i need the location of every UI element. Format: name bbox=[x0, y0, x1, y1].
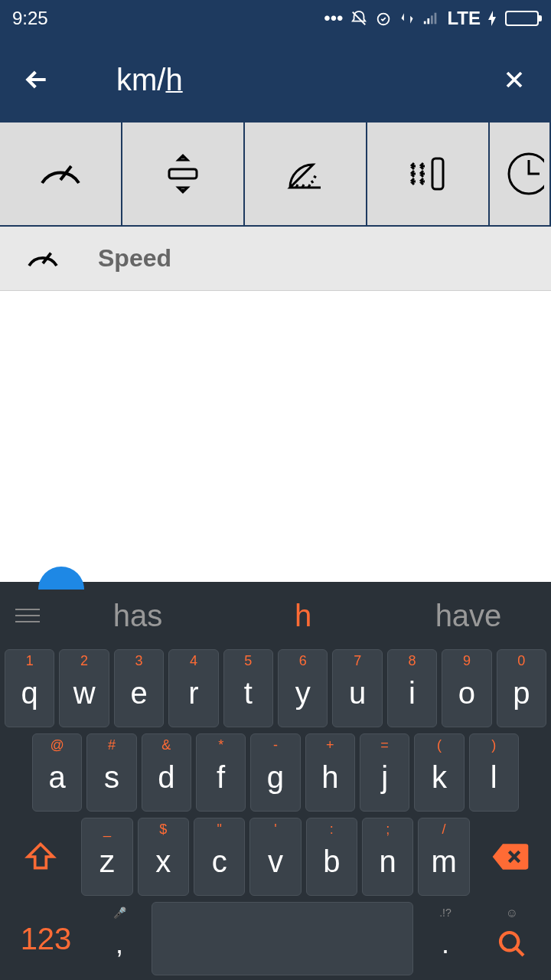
svg-point-9 bbox=[500, 933, 518, 950]
result-speed[interactable]: Speed bbox=[0, 227, 551, 291]
fab-partial[interactable] bbox=[38, 567, 84, 590]
signal-icon bbox=[422, 10, 439, 27]
suggestion-h[interactable]: h bbox=[220, 599, 386, 633]
mute-icon bbox=[350, 10, 367, 27]
alarm-icon bbox=[375, 10, 392, 27]
key-p[interactable]: 0p bbox=[497, 649, 546, 727]
status-icons: ••• LTE bbox=[324, 8, 539, 29]
comma-key[interactable]: 🎤 , bbox=[92, 902, 147, 975]
search-input[interactable]: km/h bbox=[116, 63, 496, 97]
key-h[interactable]: +h bbox=[305, 733, 355, 812]
key-j[interactable]: =j bbox=[360, 733, 409, 812]
clear-button[interactable] bbox=[496, 61, 533, 98]
tab-compress[interactable] bbox=[122, 122, 245, 227]
svg-rect-4 bbox=[431, 15, 433, 24]
key-b[interactable]: :b bbox=[306, 818, 357, 896]
key-y[interactable]: 6y bbox=[278, 649, 328, 727]
key-l[interactable]: )l bbox=[469, 733, 519, 812]
numeric-key[interactable]: 123 bbox=[5, 902, 87, 975]
key-d[interactable]: &d bbox=[142, 733, 191, 812]
tab-vibration[interactable] bbox=[367, 122, 490, 227]
data-icon bbox=[399, 11, 415, 26]
period-key[interactable]: .!? . bbox=[418, 902, 473, 975]
svg-rect-7 bbox=[432, 158, 443, 189]
status-bar: 9:25 ••• LTE bbox=[0, 0, 551, 37]
key-z[interactable]: _z bbox=[81, 818, 132, 896]
key-f[interactable]: *f bbox=[196, 733, 246, 812]
back-button[interactable] bbox=[18, 61, 55, 98]
result-label: Speed bbox=[98, 244, 171, 273]
search-key[interactable]: ☺ bbox=[478, 902, 546, 975]
key-e[interactable]: 3e bbox=[114, 649, 164, 727]
space-key[interactable] bbox=[152, 902, 413, 975]
svg-rect-5 bbox=[435, 13, 437, 24]
content-area bbox=[0, 291, 551, 582]
key-w[interactable]: 2w bbox=[59, 649, 109, 727]
key-r[interactable]: 4r bbox=[168, 649, 218, 727]
key-n[interactable]: ;n bbox=[362, 818, 413, 896]
key-t[interactable]: 5t bbox=[223, 649, 273, 727]
charging-icon bbox=[488, 11, 497, 26]
key-x[interactable]: $x bbox=[138, 818, 189, 896]
keyboard: hashhave 1q2w3e4r5t6y7u8i9o0p @a#s&d*f-g… bbox=[0, 582, 551, 980]
svg-rect-3 bbox=[428, 18, 430, 24]
key-o[interactable]: 9o bbox=[442, 649, 491, 727]
key-c[interactable]: "c bbox=[194, 818, 245, 896]
key-i[interactable]: 8i bbox=[387, 649, 437, 727]
backspace-key[interactable] bbox=[474, 818, 546, 896]
tab-angle[interactable] bbox=[245, 122, 367, 227]
mic-icon: 🎤 bbox=[113, 906, 126, 919]
key-g[interactable]: -g bbox=[250, 733, 300, 812]
speed-icon bbox=[24, 240, 67, 277]
key-k[interactable]: (k bbox=[414, 733, 464, 812]
key-s[interactable]: #s bbox=[86, 733, 136, 812]
svg-rect-6 bbox=[169, 169, 197, 178]
battery-icon bbox=[505, 11, 539, 26]
key-m[interactable]: /m bbox=[418, 818, 469, 896]
status-time: 9:25 bbox=[12, 8, 48, 29]
more-icon: ••• bbox=[324, 8, 343, 29]
suggestion-have[interactable]: have bbox=[386, 599, 551, 633]
tab-time[interactable] bbox=[490, 122, 551, 227]
key-u[interactable]: 7u bbox=[332, 649, 382, 727]
suggestion-bar: hashhave bbox=[0, 582, 551, 649]
network-label: LTE bbox=[447, 8, 481, 29]
category-tabs bbox=[0, 122, 551, 227]
key-v[interactable]: 'v bbox=[249, 818, 301, 896]
emoji-icon: ☺ bbox=[506, 906, 518, 920]
svg-rect-2 bbox=[424, 21, 426, 24]
keyboard-menu-icon[interactable] bbox=[0, 609, 55, 622]
app-bar: km/h bbox=[0, 37, 551, 122]
key-q[interactable]: 1q bbox=[5, 649, 54, 727]
shift-key[interactable] bbox=[5, 818, 77, 896]
key-a[interactable]: @a bbox=[32, 733, 82, 812]
suggestion-has[interactable]: has bbox=[55, 599, 220, 633]
tab-speed[interactable] bbox=[0, 122, 122, 227]
